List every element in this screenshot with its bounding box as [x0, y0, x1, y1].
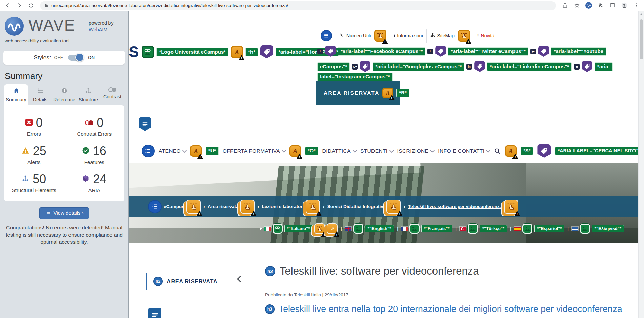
flag-turkey-icon[interactable] [460, 227, 466, 231]
sitemap-link[interactable]: SiteMap [430, 33, 455, 39]
alt-text-icon[interactable]: A [190, 145, 202, 157]
h2-badge-icon[interactable]: h2 [153, 277, 163, 286]
toggle-knob[interactable] [75, 53, 84, 62]
aria-label-tag-icon[interactable] [474, 61, 485, 72]
warning-badge-icon [250, 211, 256, 216]
image-icon[interactable] [468, 224, 478, 234]
googleplus-icon[interactable]: G+ [352, 64, 358, 70]
area-riservata-button[interactable]: AREA RISERVATA A *R* [316, 81, 400, 105]
informazioni-link[interactable]: i Informazioni [394, 33, 423, 38]
wave-header: WAVE web accessibility evaluation tool p… [0, 11, 128, 48]
flag-greece-icon[interactable] [572, 227, 578, 231]
exclamation-icon: ! [477, 33, 479, 38]
search-icon[interactable] [494, 148, 501, 155]
styles-toggle[interactable] [68, 55, 83, 61]
flag-spain-icon[interactable] [514, 227, 521, 231]
device-event-icon[interactable] [306, 200, 320, 214]
linked-image-icon[interactable] [142, 46, 154, 58]
novita-link[interactable]: ! Novità [477, 33, 494, 38]
view-details-button[interactable]: View details › [39, 207, 89, 219]
tab-summary[interactable]: Summary [4, 84, 28, 105]
browser-menu-kebab-icon[interactable] [632, 1, 641, 10]
breadcrumb-item[interactable]: Lezioni e laboratori [262, 204, 304, 209]
page-scrollbar[interactable] [638, 11, 644, 318]
alt-text-icon[interactable]: A [231, 46, 243, 58]
feature-check-icon [82, 147, 89, 155]
scroll-up-arrow-icon[interactable] [640, 13, 643, 15]
profile-avatar[interactable] [620, 1, 629, 10]
device-event-icon[interactable] [186, 200, 201, 214]
device-event-icon[interactable] [504, 200, 518, 214]
scrollbar-thumb[interactable] [640, 19, 643, 59]
tab-reference[interactable]: Reference [52, 84, 76, 105]
flag-france-icon[interactable] [401, 227, 408, 231]
address-bar[interactable]: uniecampus.it/area-riservata/lezioni-e-l… [40, 1, 556, 10]
alt-text-label: *"Français"* [421, 225, 452, 233]
nav-item-didattica[interactable]: DIDATTICA [322, 148, 356, 154]
instagram-icon[interactable]: ◉ [574, 64, 580, 70]
alt-text-icon[interactable]: A [289, 145, 301, 157]
youtube-icon[interactable]: ▶ [530, 49, 536, 54]
bookmark-star-icon[interactable] [572, 1, 581, 10]
aria-label-tag-icon[interactable] [435, 46, 446, 57]
structural-element-icon[interactable] [148, 308, 161, 318]
share-icon[interactable] [561, 1, 569, 10]
aria-label-tag-icon[interactable] [537, 144, 551, 158]
image-icon[interactable] [353, 224, 363, 234]
url-text: uniecampus.it/area-riservata/lezioni-e-l… [51, 3, 288, 8]
breadcrumb-item[interactable]: Area riservata [208, 204, 238, 209]
h3-badge-icon[interactable]: h3 [265, 304, 275, 314]
nav-label: ATENEO [159, 148, 181, 154]
image-icon[interactable] [522, 224, 532, 234]
menu-list-icon[interactable] [142, 145, 155, 157]
letter-a-glyph: A [235, 49, 239, 55]
reload-icon[interactable] [26, 1, 35, 10]
nav-item-studenti[interactable]: STUDENTI [360, 148, 393, 154]
side-panel-icon[interactable] [608, 1, 617, 10]
menu-list-icon[interactable] [148, 200, 162, 213]
webaim-link[interactable]: WebAIM [89, 27, 107, 32]
flag-italy-icon[interactable] [264, 227, 271, 231]
aria-label-tag-icon[interactable] [360, 61, 370, 72]
back-icon[interactable] [3, 1, 12, 10]
new-window-icon[interactable]: ↗ [327, 223, 338, 234]
breadcrumb-item-current[interactable]: Teleskill live: software per videoconfer… [408, 204, 502, 209]
tab-contrast[interactable]: Contrast [100, 84, 124, 105]
device-event-icon[interactable] [374, 30, 386, 42]
structural-element-icon[interactable] [139, 117, 151, 131]
nav-item-offerta-formativa[interactable]: OFFERTA FORMATIVA [223, 148, 285, 154]
sidebar-item-area-riservata[interactable]: h2 AREA RISERVATA [146, 273, 245, 290]
device-event-icon[interactable] [314, 223, 325, 234]
menu-list-icon[interactable] [321, 30, 332, 41]
alt-text-icon[interactable]: A [505, 145, 517, 157]
flag-uk-icon[interactable] [345, 227, 351, 231]
numeri-utili-link[interactable]: Numeri Utili [339, 33, 371, 39]
breadcrumb-item[interactable]: Servizi Didattici Integrativi [327, 204, 385, 209]
facebook-icon[interactable]: f [317, 49, 323, 54]
nav-item-ateneo[interactable]: ATENEO [159, 148, 186, 154]
aria-label-tag-icon[interactable] [325, 46, 336, 57]
annotation-label: *S* [521, 147, 533, 155]
forward-icon[interactable] [15, 1, 24, 10]
alt-text-icon[interactable]: A [382, 88, 393, 98]
breadcrumb-item[interactable]: eCampus [164, 204, 184, 209]
aria-label-tag-icon[interactable] [582, 61, 592, 72]
image-icon[interactable] [580, 224, 590, 234]
device-event-icon[interactable] [240, 200, 255, 214]
extensions-puzzle-icon[interactable] [596, 1, 605, 10]
nav-item-iscrizione[interactable]: ISCRIZIONE [397, 148, 434, 154]
nav-item-info-e-contatti[interactable]: INFO E CONTATTI [438, 148, 490, 154]
image-icon[interactable] [409, 224, 420, 234]
device-event-icon[interactable] [386, 200, 401, 214]
wave-extension-icon[interactable] [584, 1, 593, 10]
tab-details[interactable]: Details [28, 84, 52, 105]
tab-structure[interactable]: Structure [76, 84, 100, 105]
device-event-icon[interactable] [458, 30, 470, 42]
screen: uniecampus.it/area-riservata/lezioni-e-l… [0, 0, 644, 318]
h2-badge-icon[interactable]: h2 [265, 266, 275, 276]
linked-image-icon[interactable] [273, 224, 283, 234]
aria-label-tag-icon[interactable] [538, 46, 549, 57]
linkedin-icon[interactable]: in [466, 64, 472, 70]
twitter-icon[interactable]: t [427, 49, 433, 54]
aria-label-tag-icon[interactable] [260, 45, 273, 58]
